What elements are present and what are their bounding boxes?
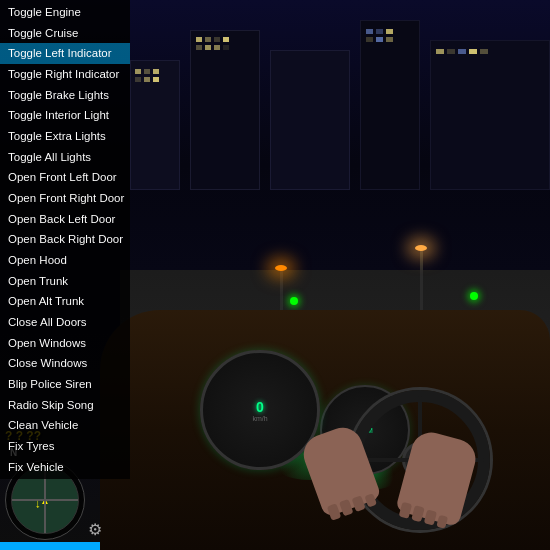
building-4 [360, 20, 420, 190]
menu-item-2[interactable]: Toggle Left Indicator [0, 43, 130, 64]
menu-item-1[interactable]: Toggle Cruise [0, 23, 130, 44]
menu-item-3[interactable]: Toggle Right Indicator [0, 64, 130, 85]
green-light-2 [470, 292, 478, 300]
menu-item-9[interactable]: Open Front Right Door [0, 188, 130, 209]
green-light-1 [290, 297, 298, 305]
menu-item-18[interactable]: Blip Police Siren [0, 374, 130, 395]
building-2 [190, 30, 260, 190]
vehicle-menu: Toggle EngineToggle CruiseToggle Left In… [0, 0, 130, 479]
menu-item-14[interactable]: Open Alt Trunk [0, 291, 130, 312]
menu-item-15[interactable]: Close All Doors [0, 312, 130, 333]
menu-item-22[interactable]: Fix Vehicle [0, 457, 130, 478]
building-5 [430, 40, 550, 190]
menu-item-16[interactable]: Open Windows [0, 333, 130, 354]
car-dashboard: 0 km/h RPM [100, 310, 550, 550]
building-3 [270, 50, 350, 190]
menu-item-17[interactable]: Close Windows [0, 353, 130, 374]
menu-item-8[interactable]: Open Front Left Door [0, 167, 130, 188]
menu-item-11[interactable]: Open Back Right Door [0, 229, 130, 250]
menu-item-5[interactable]: Toggle Interior Light [0, 105, 130, 126]
speedometer: 0 km/h [200, 350, 320, 470]
menu-item-21[interactable]: Fix Tyres [0, 436, 130, 457]
map-direction-arrow: ↑ [35, 498, 41, 512]
menu-item-13[interactable]: Open Trunk [0, 271, 130, 292]
menu-item-4[interactable]: Toggle Brake Lights [0, 85, 130, 106]
menu-item-6[interactable]: Toggle Extra Lights [0, 126, 130, 147]
menu-item-7[interactable]: Toggle All Lights [0, 147, 130, 168]
menu-item-19[interactable]: Radio Skip Song [0, 395, 130, 416]
menu-item-12[interactable]: Open Hood [0, 250, 130, 271]
building-1 [130, 60, 180, 190]
menu-item-10[interactable]: Open Back Left Door [0, 209, 130, 230]
menu-item-0[interactable]: Toggle Engine [0, 2, 130, 23]
settings-icon[interactable]: ⚙ [88, 520, 108, 540]
menu-item-20[interactable]: Clean Vehicle [0, 415, 130, 436]
